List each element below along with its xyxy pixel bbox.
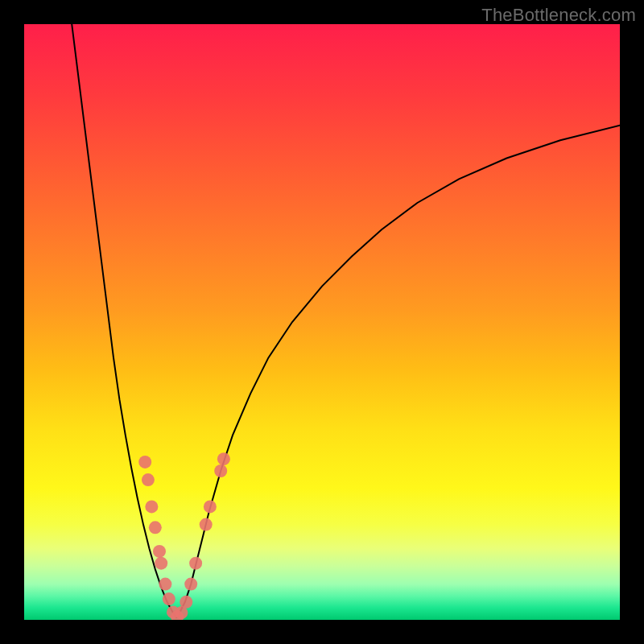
chart-svg <box>24 24 620 620</box>
marker-point <box>180 596 192 609</box>
marker-point <box>200 518 213 531</box>
marker-point <box>214 464 227 477</box>
plot-area <box>24 24 620 620</box>
marker-point <box>138 456 151 469</box>
marker-point <box>149 521 162 534</box>
marker-point <box>189 557 202 570</box>
marker-point <box>155 557 167 570</box>
marker-point <box>204 500 217 513</box>
marker-point <box>217 452 230 465</box>
marker-point <box>142 473 155 486</box>
marker-point <box>145 500 158 513</box>
chart-container: TheBottleneck.com <box>0 0 644 644</box>
marker-point <box>153 545 166 558</box>
watermark-text: TheBottleneck.com <box>481 5 636 26</box>
marker-point <box>163 592 175 605</box>
marker-point <box>184 578 197 591</box>
marker-point <box>159 578 171 591</box>
series-curve-right <box>176 126 620 617</box>
